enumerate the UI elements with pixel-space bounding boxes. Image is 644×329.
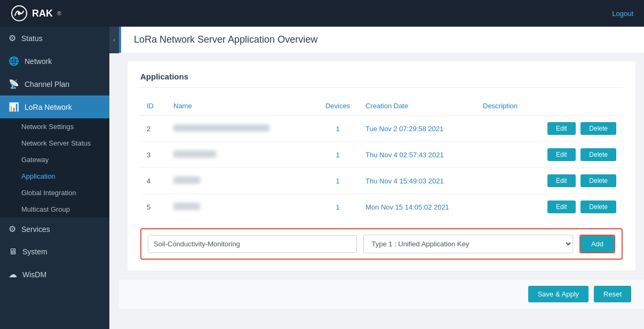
sidebar-item-label: System xyxy=(22,247,47,256)
row-description xyxy=(476,116,530,142)
sidebar-item-channel-plan[interactable]: 📡 Channel Plan xyxy=(0,73,109,95)
delete-button-4[interactable]: Delete xyxy=(581,174,616,187)
sidebar-item-label: LoRa Network xyxy=(25,103,72,111)
logo: RAK ® xyxy=(11,5,61,22)
main-card: Applications ID Name Devices Creation Da… xyxy=(128,61,635,270)
table-row: 2 1 Tue Nov 2 07:29:58 2021 Edit Delete xyxy=(140,116,623,142)
row-date: Mon Nov 15 14:05:02 2021 xyxy=(359,194,476,220)
status-icon: ⚙ xyxy=(9,33,16,43)
topbar: RAK ® Logout xyxy=(0,0,644,27)
row-devices: 1 xyxy=(316,194,359,220)
network-icon: 🌐 xyxy=(9,56,19,66)
row-id: 2 xyxy=(140,116,167,142)
sidebar-subitem-network-server-status[interactable]: Network Server Status xyxy=(0,135,109,151)
row-description xyxy=(476,168,530,194)
delete-button-3[interactable]: Delete xyxy=(581,148,616,161)
devices-link[interactable]: 1 xyxy=(336,151,339,159)
sidebar-subitem-network-settings[interactable]: Network Settings xyxy=(0,118,109,135)
devices-link[interactable]: 1 xyxy=(336,203,339,211)
sidebar-item-label: Services xyxy=(21,225,50,234)
sidebar-item-lora-network[interactable]: 📊 LoRa Network xyxy=(0,95,109,118)
row-description xyxy=(476,142,530,168)
footer-buttons: Save & Apply Reset xyxy=(119,279,644,309)
add-button[interactable]: Add xyxy=(581,236,614,252)
section-title: Applications xyxy=(140,72,623,88)
edit-button-2[interactable]: Edit xyxy=(547,122,576,135)
sidebar-item-services[interactable]: ⚙ Services xyxy=(0,218,109,240)
table-row: 5 1 Mon Nov 15 14:05:02 2021 Edit Delete xyxy=(140,194,623,220)
content-area: LoRa Network Server Application Overview… xyxy=(119,27,644,329)
sidebar-collapse-arrow[interactable]: ‹ xyxy=(109,27,119,53)
save-apply-button[interactable]: Save & Apply xyxy=(528,286,589,302)
col-creation-date: Creation Date xyxy=(359,97,476,116)
wisdm-icon: ☁ xyxy=(9,269,17,279)
row-actions: Edit Delete xyxy=(530,142,623,168)
blurred-name xyxy=(173,124,269,132)
col-actions xyxy=(530,97,623,116)
row-name xyxy=(167,168,316,194)
sidebar-item-label: Status xyxy=(21,34,43,43)
app-name-input[interactable] xyxy=(148,235,357,253)
col-name: Name xyxy=(167,97,316,116)
row-date: Thu Nov 4 15:49:03 2021 xyxy=(359,168,476,194)
row-id: 3 xyxy=(140,142,167,168)
row-id: 4 xyxy=(140,168,167,194)
add-button-wrapper: Add xyxy=(579,235,615,253)
sidebar-submenu: Network Settings Network Server Status G… xyxy=(0,118,109,218)
table-row: 4 1 Thu Nov 4 15:49:03 2021 Edit Delete xyxy=(140,168,623,194)
col-id: ID xyxy=(140,97,167,116)
channel-plan-icon: 📡 xyxy=(9,79,19,89)
reset-button[interactable]: Reset xyxy=(594,286,631,302)
page-header: LoRa Network Server Application Overview xyxy=(119,27,644,53)
page-title: LoRa Network Server Application Overview xyxy=(134,34,631,45)
sidebar: ⚙ Status 🌐 Network 📡 Channel Plan 📊 LoRa… xyxy=(0,27,109,329)
row-description xyxy=(476,194,530,220)
row-date: Thu Nov 4 02:57:43 2021 xyxy=(359,142,476,168)
row-name xyxy=(167,116,316,142)
add-application-row: Type 1 : Unified Application Key Type 2 … xyxy=(140,228,623,260)
blurred-name xyxy=(173,150,216,158)
row-actions: Edit Delete xyxy=(530,116,623,142)
delete-button-2[interactable]: Delete xyxy=(581,122,616,135)
edit-button-5[interactable]: Edit xyxy=(547,200,576,213)
sidebar-item-label: Network xyxy=(25,57,52,66)
sidebar-item-wisdm[interactable]: ☁ WisDM xyxy=(0,263,109,286)
sidebar-item-label: Channel Plan xyxy=(25,80,69,89)
edit-button-3[interactable]: Edit xyxy=(547,148,576,161)
row-date: Tue Nov 2 07:29:58 2021 xyxy=(359,116,476,142)
sidebar-item-system[interactable]: 🖥 System xyxy=(0,240,109,263)
sidebar-item-network[interactable]: 🌐 Network xyxy=(0,50,109,73)
logout-link[interactable]: Logout xyxy=(612,10,633,18)
row-devices: 1 xyxy=(316,142,359,168)
sidebar-item-label: WisDM xyxy=(22,270,46,279)
row-name xyxy=(167,194,316,220)
col-devices: Devices xyxy=(316,97,359,116)
blurred-name xyxy=(173,203,200,210)
row-actions: Edit Delete xyxy=(530,168,623,194)
main-layout: ⚙ Status 🌐 Network 📡 Channel Plan 📊 LoRa… xyxy=(0,27,644,329)
row-id: 5 xyxy=(140,194,167,220)
row-actions: Edit Delete xyxy=(530,194,623,220)
row-devices: 1 xyxy=(316,116,359,142)
row-name xyxy=(167,142,316,168)
app-type-select[interactable]: Type 1 : Unified Application Key Type 2 … xyxy=(363,235,573,253)
devices-link[interactable]: 1 xyxy=(336,177,339,185)
blurred-name xyxy=(173,176,200,184)
col-description: Description xyxy=(476,97,530,116)
brand-name: RAK xyxy=(32,8,53,19)
sidebar-subitem-global-integration[interactable]: Global Integration xyxy=(0,184,109,201)
sidebar-item-status[interactable]: ⚙ Status xyxy=(0,27,109,50)
applications-table: ID Name Devices Creation Date Descriptio… xyxy=(140,97,623,220)
table-row: 3 1 Thu Nov 4 02:57:43 2021 Edit Delete xyxy=(140,142,623,168)
sidebar-subitem-multicast-group[interactable]: Multicast Group xyxy=(0,201,109,218)
services-icon: ⚙ xyxy=(9,224,16,234)
edit-button-4[interactable]: Edit xyxy=(547,174,576,187)
devices-link[interactable]: 1 xyxy=(336,125,339,133)
sidebar-subitem-application[interactable]: Application xyxy=(0,168,109,184)
row-devices: 1 xyxy=(316,168,359,194)
sidebar-subitem-gateway[interactable]: Gateway xyxy=(0,151,109,168)
svg-point-1 xyxy=(18,12,21,15)
system-icon: 🖥 xyxy=(9,247,17,256)
lora-network-icon: 📊 xyxy=(9,102,19,112)
delete-button-5[interactable]: Delete xyxy=(581,200,616,213)
